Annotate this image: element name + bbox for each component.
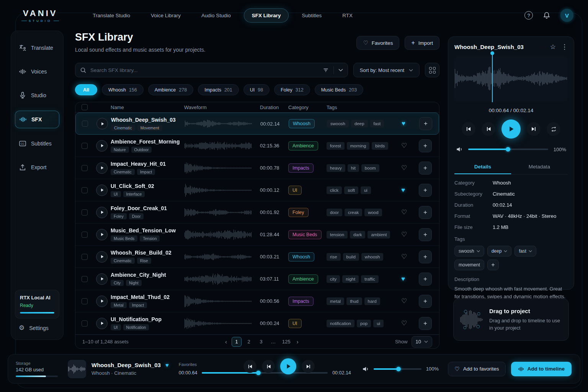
filter-chip-all[interactable]: All bbox=[75, 84, 97, 95]
add-tag-button[interactable]: + bbox=[487, 260, 499, 270]
row-checkbox[interactable] bbox=[82, 298, 88, 304]
show-select[interactable]: 10 bbox=[412, 336, 432, 348]
row-play-button[interactable] bbox=[96, 229, 108, 240]
favorite-heart-icon[interactable]: ♡ bbox=[401, 164, 407, 172]
sidebar-item-subtitles[interactable]: CCSubtitles bbox=[15, 135, 59, 152]
add-row-button[interactable]: + bbox=[419, 139, 432, 152]
row-play-button[interactable] bbox=[96, 207, 108, 218]
chevron-down-icon[interactable] bbox=[338, 69, 343, 72]
add-row-button[interactable]: + bbox=[419, 317, 432, 330]
tab-details[interactable]: Details bbox=[454, 160, 511, 174]
favorite-heart-icon[interactable]: ♡ bbox=[401, 209, 407, 216]
table-row[interactable]: Impact_Heavy_Hit_01CinematicImpact00:00.… bbox=[75, 157, 439, 179]
volume-slider[interactable] bbox=[468, 149, 548, 150]
filter-chip-impacts[interactable]: Impacts201 bbox=[198, 84, 239, 95]
sidebar-item-studio[interactable]: Studio bbox=[15, 87, 59, 104]
heart-icon[interactable]: ♥ bbox=[165, 362, 169, 368]
row-play-button[interactable] bbox=[96, 318, 108, 329]
detail-tag-deep[interactable]: deep bbox=[487, 246, 512, 256]
grid-view-button[interactable] bbox=[425, 63, 439, 77]
nav-tab-rtx[interactable]: RTX bbox=[335, 9, 360, 22]
row-checkbox[interactable] bbox=[82, 187, 88, 193]
detail-tag-swoosh[interactable]: swoosh bbox=[454, 246, 484, 256]
add-row-button[interactable]: + bbox=[419, 295, 432, 308]
nav-tab-voice-library[interactable]: Voice Library bbox=[143, 9, 188, 22]
table-row[interactable]: Ambience_City_NightCityNight03:07.11Ambi… bbox=[75, 268, 439, 290]
table-row[interactable]: Whoosh_Rise_Build_02CinematicRise00:03.2… bbox=[75, 246, 439, 268]
filter-chip-music-beds[interactable]: Music Beds203 bbox=[315, 84, 363, 95]
row-play-button[interactable] bbox=[96, 251, 108, 263]
favorite-heart-icon[interactable]: ♡ bbox=[401, 231, 407, 238]
row-checkbox[interactable] bbox=[82, 232, 88, 238]
play-button[interactable] bbox=[280, 358, 296, 374]
nav-tab-translate-studio[interactable]: Translate Studio bbox=[85, 9, 138, 22]
bell-icon[interactable] bbox=[543, 11, 550, 19]
add-row-button[interactable]: + bbox=[419, 228, 432, 241]
row-play-button[interactable] bbox=[96, 140, 108, 152]
next-icon[interactable] bbox=[527, 122, 541, 136]
table-row[interactable]: Whoosh_Deep_Swish_03CinematicMovement00:… bbox=[75, 113, 439, 135]
row-checkbox[interactable] bbox=[82, 320, 88, 327]
add-row-button[interactable]: + bbox=[419, 206, 432, 219]
next-icon[interactable] bbox=[302, 360, 315, 373]
row-checkbox[interactable] bbox=[82, 165, 88, 171]
favorites-button[interactable]: ♡ Favorites bbox=[356, 36, 399, 50]
nav-tab-sfx-library[interactable]: SFX Library bbox=[244, 8, 289, 23]
add-row-button[interactable]: + bbox=[419, 250, 432, 263]
select-all-checkbox[interactable] bbox=[82, 104, 88, 110]
avatar[interactable]: V bbox=[560, 9, 573, 22]
row-play-button[interactable] bbox=[96, 273, 108, 285]
tab-metadata[interactable]: Metadata bbox=[511, 160, 568, 174]
favorite-heart-icon[interactable]: ♥ bbox=[401, 186, 405, 194]
table-row[interactable]: UI_Click_Soft_02UIInterface00:00.12UIcli… bbox=[75, 179, 439, 201]
table-row[interactable]: Music_Bed_Tension_LowMusic BedsTension01… bbox=[75, 224, 439, 246]
sidebar-item-export[interactable]: Export bbox=[15, 159, 59, 176]
sidebar-item-settings[interactable]: ⚙ Settings bbox=[15, 318, 59, 334]
sidebar-item-voices[interactable]: Voices bbox=[15, 63, 59, 80]
add-to-timeline-button[interactable]: Add to timeline bbox=[511, 362, 572, 376]
player-waveform[interactable] bbox=[454, 56, 568, 101]
favorite-heart-icon[interactable]: ♡ bbox=[401, 142, 407, 149]
star-icon[interactable]: ☆ bbox=[550, 43, 556, 51]
add-row-button[interactable]: + bbox=[419, 117, 432, 130]
filter-chip-whoosh[interactable]: Whoosh156 bbox=[102, 84, 144, 95]
page-number[interactable]: 3 bbox=[256, 337, 266, 347]
skip-back-icon[interactable] bbox=[243, 360, 256, 373]
sidebar-item-sfx[interactable]: SFX bbox=[15, 111, 59, 128]
table-row[interactable]: Ambience_Forest_MorningNatureOutdoor02:1… bbox=[75, 135, 439, 157]
page-number[interactable]: 2 bbox=[244, 337, 254, 347]
table-row[interactable]: Impact_Metal_Thud_02MetalImpact00:00.56I… bbox=[75, 290, 439, 312]
previous-icon[interactable] bbox=[262, 360, 275, 373]
page-prev-icon[interactable]: ‹ bbox=[223, 338, 229, 345]
add-row-button[interactable]: + bbox=[419, 184, 432, 197]
add-row-button[interactable]: + bbox=[419, 162, 432, 175]
favorite-heart-icon[interactable]: ♡ bbox=[401, 253, 407, 260]
import-button[interactable]: + Import bbox=[405, 36, 439, 50]
table-row[interactable]: Foley_Door_Creak_01FoleyDoor00:01.92Fole… bbox=[75, 201, 439, 224]
page-number[interactable]: 1 bbox=[232, 337, 242, 347]
row-checkbox[interactable] bbox=[82, 143, 88, 149]
speaker-icon[interactable] bbox=[456, 146, 463, 152]
playhead[interactable] bbox=[492, 53, 493, 102]
row-play-button[interactable] bbox=[96, 185, 108, 196]
add-to-favorites-button[interactable]: ♡ Add to favorites bbox=[448, 362, 505, 376]
favorite-heart-icon[interactable]: ♥ bbox=[402, 120, 405, 127]
filter-chip-ui[interactable]: UI98 bbox=[243, 84, 270, 95]
filter-icon[interactable] bbox=[323, 67, 329, 73]
row-play-button[interactable] bbox=[96, 162, 108, 174]
volume-slider[interactable] bbox=[374, 368, 421, 370]
favorite-heart-icon[interactable]: ♡ bbox=[401, 320, 407, 327]
previous-icon[interactable] bbox=[482, 122, 495, 136]
row-checkbox[interactable] bbox=[82, 209, 88, 216]
sort-dropdown[interactable]: Sort by: Most recent bbox=[353, 63, 420, 77]
row-play-button[interactable] bbox=[96, 296, 108, 307]
detail-tag-movement[interactable]: movement bbox=[454, 260, 484, 270]
table-row[interactable]: UI_Notification_PopUINotification00:00.2… bbox=[75, 312, 439, 335]
drag-to-project-card[interactable]: Drag to project Drag and drop to timelin… bbox=[453, 299, 569, 341]
favorite-heart-icon[interactable]: ♡ bbox=[401, 297, 407, 305]
repeat-icon[interactable] bbox=[547, 122, 560, 136]
filter-chip-ambience[interactable]: Ambience278 bbox=[148, 84, 193, 95]
favorite-heart-icon[interactable]: ♥ bbox=[401, 275, 405, 283]
sidebar-item-translate[interactable]: Translate bbox=[15, 39, 59, 56]
play-button[interactable] bbox=[501, 119, 521, 139]
